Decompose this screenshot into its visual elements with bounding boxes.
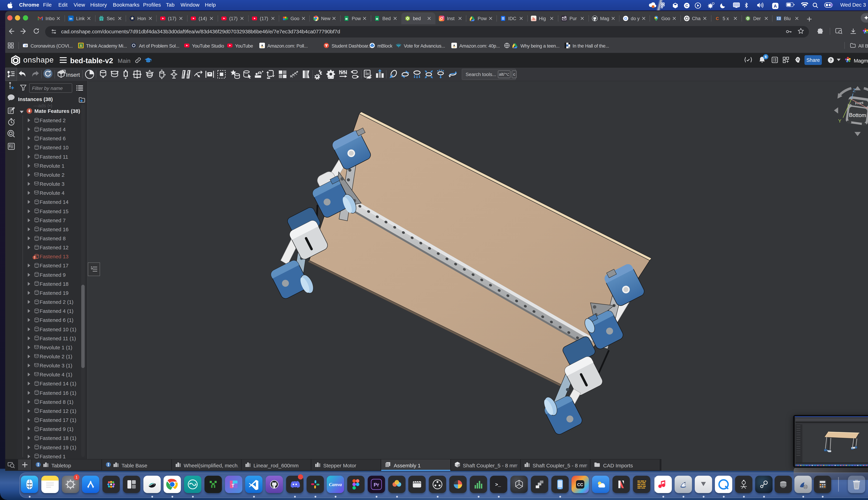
svg-text:G: G [624, 16, 627, 21]
svg-text:>_: >_ [495, 482, 501, 488]
svg-text:a: a [261, 44, 263, 47]
svg-text:Front: Front [855, 101, 864, 105]
svg-text:h: h [533, 16, 535, 21]
svg-text:?: ? [830, 58, 832, 62]
svg-text:Pr: Pr [374, 482, 379, 488]
svg-text:Y: Y [838, 118, 842, 124]
svg-text:in: in [69, 17, 72, 21]
svg-text:Z: Z [853, 88, 856, 93]
svg-text:C: C [685, 3, 688, 8]
svg-text:T: T [231, 483, 235, 488]
svg-text:a: a [453, 44, 455, 47]
svg-text:Bottom: Bottom [849, 112, 866, 118]
svg-text:CC: CC [577, 482, 583, 487]
svg-text:C: C [716, 16, 719, 21]
svg-text:Canva: Canva [329, 482, 342, 487]
svg-text:A: A [774, 3, 777, 9]
